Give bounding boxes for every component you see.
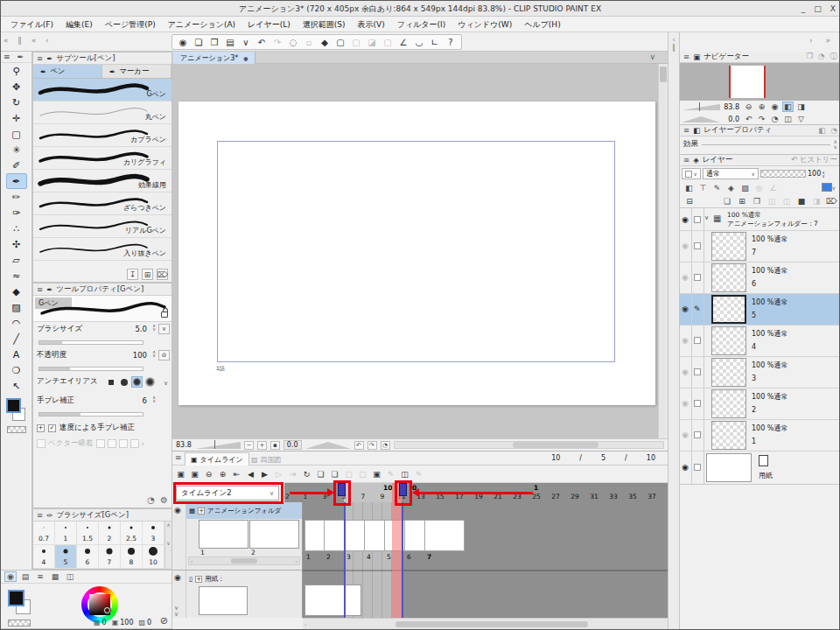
antialias-strong-option[interactable] (144, 376, 156, 388)
zoom-out-button[interactable]: − (244, 441, 254, 450)
brush-size-option[interactable]: 5 (55, 545, 77, 569)
subtool-footer-icon[interactable]: ↧ (127, 269, 138, 280)
color-picker-cursor[interactable] (104, 607, 110, 613)
cel-thumbnail[interactable] (199, 520, 248, 549)
subtool-item[interactable]: リアルGペン (33, 215, 172, 238)
timeline-toolbar-icon[interactable]: ▢ (356, 467, 369, 480)
brush-size-option[interactable]: 0.7 (33, 522, 55, 545)
layer-visibility-icon[interactable]: ◉ (682, 304, 689, 313)
transparent-color-chip[interactable] (8, 620, 31, 626)
zoom-in-button[interactable]: + (257, 441, 267, 450)
brush-size-option[interactable]: 6 (77, 545, 99, 569)
toolbar-icon[interactable]: ↷ (270, 36, 284, 49)
tool-icon[interactable]: ∴ (6, 220, 27, 236)
animation-folder-row[interactable]: ◉ ∨ ▦ 100 %通常 アニメーションフォルダー : 7 (680, 208, 840, 231)
color-panel-tab-icon[interactable]: ▤ (19, 571, 32, 582)
brush-size-option[interactable]: 8 (121, 545, 143, 569)
timeline-toolbar-icon[interactable]: ▣ (174, 467, 187, 480)
animation-cel[interactable] (365, 520, 385, 551)
palette-color-combo[interactable]: ∨ (682, 168, 701, 179)
paper-track-block[interactable] (304, 584, 361, 616)
toolbar-icon[interactable]: ▢ (381, 36, 395, 49)
stabilization-slider[interactable] (38, 412, 144, 416)
brush-size-option[interactable]: 1.5 (77, 522, 99, 545)
tool-icon[interactable]: ▨ (6, 299, 27, 315)
menu-item[interactable]: フィルター(I) (391, 17, 452, 32)
layer-row[interactable]: ◉ 100 %通常 1 (680, 420, 840, 452)
lock-icon[interactable] (161, 312, 168, 318)
animation-cel[interactable] (405, 520, 425, 551)
layer-thumbnail[interactable] (711, 263, 746, 292)
layer-row[interactable]: ◉ 100 %通常 2 (680, 388, 840, 420)
tool-icon[interactable]: ✏ (6, 189, 27, 205)
menu-item[interactable]: アニメーション(A) (162, 17, 242, 32)
minimize-button[interactable]: _ (802, 1, 806, 17)
tool-icon[interactable]: A (6, 346, 27, 362)
layer-visibility-icon[interactable]: ◉ (682, 368, 689, 376)
toolbar-icon[interactable]: ▢ (349, 36, 363, 49)
rotate-left-button[interactable]: ↶ (354, 441, 364, 450)
menu-item[interactable]: ヘルプ(H) (518, 17, 566, 32)
wrench-icon[interactable]: ⚙ (160, 495, 168, 505)
menu-item[interactable]: レイヤー(L) (242, 17, 297, 32)
layer-attribute-icon[interactable]: ⊤ (697, 183, 709, 193)
layer-visibility-icon[interactable]: ◉ (682, 399, 689, 408)
blend-mode-combo[interactable]: 通常∨ (703, 168, 759, 179)
subtool-group-tab[interactable]: ✒ ペン (33, 65, 102, 78)
subtool-item[interactable]: カブラペン (33, 124, 172, 147)
toolbar-icon[interactable]: ? (444, 36, 458, 49)
timeline-toolbar-icon[interactable]: ⇤ (230, 467, 243, 480)
brush-size-value[interactable]: 5.0 (135, 325, 147, 333)
timeline-toolbar-icon[interactable]: ◀ (244, 467, 257, 480)
zoom-value[interactable]: 83.8 (176, 441, 192, 449)
expand-paper-button[interactable]: + (195, 576, 202, 583)
vector-snap-option[interactable] (130, 439, 139, 448)
layer-ops-icon[interactable]: ❐ (751, 195, 763, 206)
tool-panel-menu-icon[interactable]: ≡ (4, 52, 10, 61)
tool-icon[interactable]: ✐ (6, 158, 27, 173)
brush-size-option[interactable]: 4 (33, 545, 55, 569)
toolbar-icon[interactable]: ∟ (428, 36, 442, 49)
toolbar-icon[interactable]: ∨ (239, 36, 253, 49)
paper-thumbnail[interactable] (706, 453, 752, 482)
toolbar-icon[interactable]: ▤ (223, 36, 237, 49)
antialias-middle-option[interactable] (131, 376, 143, 388)
toolbar-icon[interactable]: ◉ (176, 36, 190, 49)
timeline-frames-area[interactable]: 1234567 (303, 502, 668, 618)
layer-opacity-slider[interactable] (760, 170, 806, 178)
tool-property-menu-icon[interactable]: ≡ (37, 285, 43, 294)
layer-checkbox[interactable] (694, 305, 701, 312)
paper-row-header[interactable]: ▯ + 用紙 : (186, 571, 302, 586)
layer-ops-icon[interactable]: ◨ (810, 195, 822, 206)
main-color-swatch[interactable] (6, 398, 21, 413)
tool-icon[interactable]: ✣ (6, 236, 27, 252)
folder-visibility-icon[interactable]: ◉ (174, 506, 181, 514)
color-panel-tab-icon[interactable]: ◉ (4, 571, 17, 582)
rotation-slider[interactable] (305, 442, 351, 449)
timeline-toolbar-icon[interactable]: ⊕ (216, 467, 229, 480)
layer-row[interactable]: ◉ 100 %通常 4 (680, 326, 840, 357)
toolbar-icon[interactable]: ▢ (333, 36, 347, 49)
canvas-horizontal-scrollbar[interactable] (394, 441, 664, 449)
navigator-icon[interactable]: ◔ (769, 114, 780, 124)
layer-checkbox[interactable] (694, 368, 701, 375)
rotate-right-button[interactable]: ↷ (368, 441, 377, 450)
expand-folder-button[interactable]: + (198, 508, 205, 514)
animation-folder-row-header[interactable]: ▦ + アニメーションフォルダ (186, 502, 302, 519)
menu-item[interactable]: 表示(V) (352, 17, 391, 32)
timeline-toolbar-icon[interactable]: ▣ (370, 467, 383, 480)
brush-size-slider[interactable] (38, 340, 144, 345)
tool-icon[interactable]: ◆ (6, 284, 27, 299)
opacity-dynamics-button[interactable]: ⊘ (158, 350, 170, 360)
layer-ops-icon[interactable]: ■ (795, 195, 808, 206)
layer-color-icon[interactable]: ∨ (822, 183, 836, 192)
layer-opacity-value[interactable]: 100 (808, 170, 821, 178)
navigator-menu-icon[interactable]: ≡ (683, 52, 690, 61)
paper-thumbnail[interactable] (199, 586, 248, 615)
expand-speed-stabilization-button[interactable]: + (37, 424, 45, 432)
color-mixing-icon[interactable]: ⊘ (160, 615, 168, 626)
brush-size-option[interactable]: 7 (99, 545, 121, 569)
paper-visibility-icon[interactable]: ◉ (174, 573, 181, 582)
layer-property-menu-icon[interactable]: ≡ (683, 126, 690, 135)
history-tab[interactable]: ↶ ヒストリー (791, 155, 837, 165)
